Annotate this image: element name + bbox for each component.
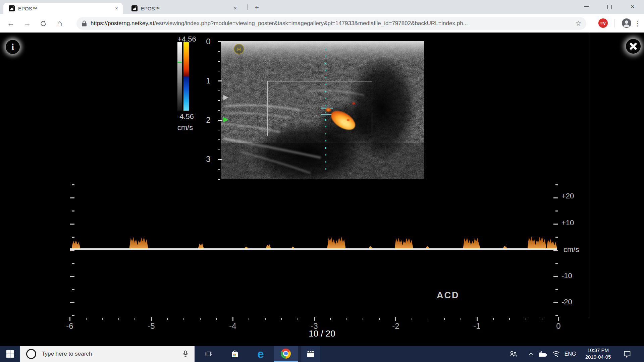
gray-marker — [177, 62, 182, 63]
tick-mark — [346, 318, 347, 320]
clock[interactable]: 10:37 PM 2019-04-05 — [580, 347, 616, 360]
tick-mark — [70, 276, 74, 277]
avatar-icon — [622, 18, 632, 28]
ultrasound-image[interactable]: H — [221, 41, 424, 179]
tick-mark — [325, 112, 326, 113]
url-text[interactable]: https://posterng.netkey.at/esr/viewing/i… — [91, 20, 575, 27]
tray-expand-button[interactable] — [525, 346, 537, 362]
people-icon — [509, 350, 518, 358]
tick-mark — [314, 317, 315, 321]
flow-signal-small — [325, 108, 331, 112]
tick-mark — [69, 317, 70, 321]
wifi-icon — [552, 350, 560, 358]
windows-taskbar: Type here to search e — [0, 346, 644, 362]
depth-label-1: 1 — [206, 76, 210, 85]
back-button[interactable]: ← — [5, 14, 17, 33]
tick-mark — [70, 250, 74, 251]
image-viewer-page: i +4.56 -4.56 cm/s 0 1 2 3 — [0, 33, 644, 346]
flow-speck — [352, 102, 355, 105]
action-center-button[interactable] — [620, 346, 635, 362]
tick-mark — [558, 317, 559, 321]
expressvpn-extension-icon[interactable]: ≡V — [598, 18, 608, 28]
tick-mark — [325, 126, 326, 127]
tick-mark — [218, 159, 222, 160]
vpn-glyph: ≡V — [600, 21, 606, 26]
tick-mark — [555, 210, 558, 212]
window-close-button[interactable]: × — [625, 0, 640, 13]
spectral-baseline — [70, 248, 557, 250]
panel-separator-line — [590, 33, 590, 317]
time-label: -2 — [392, 321, 399, 331]
window-minimize-button[interactable] — [579, 0, 594, 13]
tick-mark — [325, 63, 326, 64]
url-path: /esr/viewing/index.php?module=viewing_po… — [154, 20, 468, 26]
tick-mark — [325, 84, 326, 85]
browser-toolbar: ← → ⌂ https://posterng.netkey.at/esr/vie… — [0, 14, 644, 33]
tick-mark — [555, 237, 558, 238]
tab-close-icon[interactable]: × — [115, 6, 118, 11]
tick-mark — [118, 318, 119, 320]
battery-status[interactable] — [537, 346, 549, 362]
colorbar-min-label: -4.56 — [177, 112, 194, 121]
address-bar[interactable]: https://posterng.netkey.at/esr/viewing/i… — [76, 17, 586, 30]
tick-mark — [86, 318, 87, 320]
tick-mark — [218, 41, 222, 42]
start-button[interactable] — [0, 346, 20, 362]
forward-button[interactable]: → — [21, 14, 33, 33]
tick-mark — [444, 318, 445, 320]
microphone-icon[interactable] — [182, 350, 189, 358]
tick-mark — [218, 149, 220, 150]
tick-mark — [232, 317, 233, 321]
tick-mark — [395, 317, 396, 321]
movies-tv-button[interactable] — [301, 346, 320, 362]
tick-mark — [325, 77, 326, 78]
language-label: ENG — [565, 351, 576, 357]
taskbar-search-box[interactable]: Type here to search — [20, 346, 195, 362]
time-label: 0 — [556, 321, 560, 331]
tick-mark — [553, 276, 558, 277]
reload-icon — [40, 20, 47, 27]
chevron-up-icon — [528, 351, 534, 357]
tick-mark — [363, 318, 363, 320]
tick-mark — [72, 184, 74, 185]
info-button[interactable]: i — [6, 40, 20, 54]
tick-mark — [200, 318, 201, 320]
microsoft-store-button[interactable] — [225, 346, 244, 362]
tick-mark — [218, 130, 220, 130]
reload-button[interactable] — [37, 14, 49, 33]
tab-divider — [247, 4, 248, 10]
tick-mark — [281, 318, 282, 320]
depth-label-3: 3 — [206, 155, 210, 164]
window-restore-button[interactable] — [602, 0, 617, 13]
tick-mark — [325, 105, 326, 106]
doppler-color-bar — [183, 42, 189, 111]
focus-marker-icon — [223, 95, 228, 100]
tick-mark — [553, 197, 558, 198]
tick-mark — [218, 120, 222, 121]
date-text: 2019-04-05 — [580, 354, 616, 360]
tick-mark — [218, 139, 220, 140]
tab-close-icon[interactable]: × — [234, 6, 237, 11]
wifi-status[interactable] — [550, 346, 562, 362]
new-tab-button[interactable]: + — [252, 3, 262, 13]
tick-mark — [151, 317, 152, 321]
tick-mark — [70, 197, 74, 198]
viewer-close-button[interactable] — [626, 39, 641, 54]
chrome-taskbar-button[interactable] — [274, 346, 298, 362]
edge-browser-button[interactable]: e — [251, 346, 270, 362]
time-text: 10:37 PM — [580, 347, 616, 354]
browser-menu-button[interactable]: ⋮ — [633, 14, 643, 33]
notification-icon — [623, 350, 631, 358]
tab-epos-1[interactable]: EPOS™ × — [3, 3, 123, 14]
home-button[interactable]: ⌂ — [54, 14, 66, 33]
tick-mark — [183, 318, 184, 320]
task-view-button[interactable] — [199, 346, 218, 362]
people-button[interactable] — [507, 346, 519, 362]
browser-tab-strip: EPOS™ × EPOS™ × + × — [0, 0, 644, 14]
toolbar-divider — [614, 19, 615, 27]
language-indicator[interactable]: ENG — [563, 346, 578, 362]
profile-avatar[interactable] — [622, 18, 632, 29]
tick-mark — [477, 317, 478, 321]
bookmark-star-icon[interactable]: ☆ — [575, 19, 582, 27]
tab-epos-2[interactable]: EPOS™ × — [127, 3, 241, 14]
